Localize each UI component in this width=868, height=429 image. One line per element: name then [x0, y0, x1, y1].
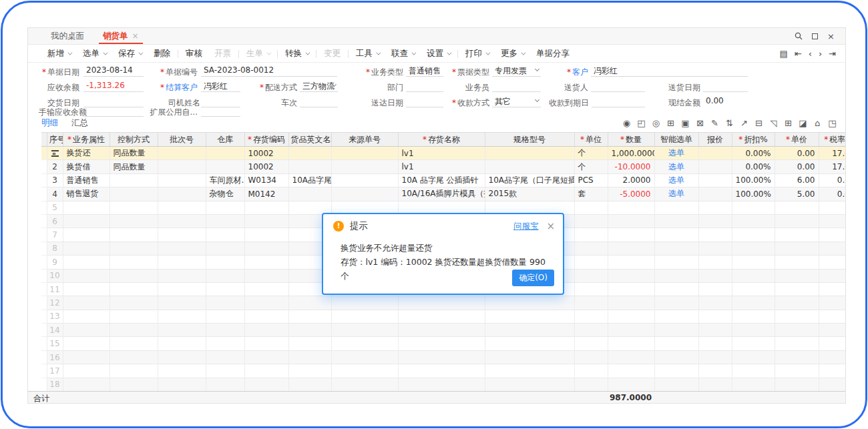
field-input[interactable]: 0.00 [703, 96, 748, 107]
field-input[interactable] [703, 81, 748, 92]
tab-desktop[interactable]: 我的桌面 [41, 28, 93, 44]
column-header-unit[interactable]: *单位 [574, 133, 608, 147]
column-header-pick[interactable]: 智能选单 [654, 133, 698, 147]
maximize-icon[interactable] [812, 33, 818, 39]
toolbar-button-12[interactable]: 设置 [421, 48, 456, 59]
field-label: *配送方式 [255, 82, 297, 93]
column-header-src[interactable]: 来源单号 [331, 133, 398, 147]
pick-order-link[interactable]: 选单 [668, 175, 684, 185]
pick-order-link[interactable]: 选单 [668, 189, 684, 198]
export-icon[interactable]: ◹ [769, 119, 779, 127]
field-input[interactable]: 其它 [492, 96, 541, 107]
search-icon[interactable] [795, 32, 803, 40]
toolbar-button-11[interactable]: 联查 [385, 48, 421, 59]
field-input[interactable] [406, 81, 443, 92]
tab-close-icon[interactable]: × [132, 31, 139, 41]
field-input[interactable]: -1,313.26 [83, 81, 144, 92]
field-input[interactable] [591, 81, 645, 92]
column-header-price[interactable]: *单价 [775, 133, 819, 147]
field-input[interactable]: 专用发票 [492, 65, 541, 77]
toolbar-button-13[interactable]: 打印 [459, 48, 495, 59]
ok-button[interactable]: 确定(O) [512, 270, 554, 286]
field-input[interactable] [492, 81, 541, 92]
table-row[interactable]: 12 [41, 296, 846, 310]
toolbar-button-2[interactable]: 选单 [77, 48, 112, 59]
column-header-code[interactable]: *存货编码 [244, 133, 288, 147]
table-row[interactable]: 18 [41, 378, 846, 391]
field-label[interactable]: *结算客户 [156, 82, 198, 93]
table-row[interactable]: 15 [41, 337, 846, 350]
table-row[interactable]: 2换货借同品数量10002lv1个-10.0000选单0.00%0.0017.0… [41, 160, 846, 173]
close-icon[interactable]: × [827, 32, 835, 41]
cell-price [775, 364, 819, 378]
toolbar-button-5[interactable]: 审核 [180, 48, 208, 59]
toolbar-button-15[interactable]: 单据分享 [530, 48, 576, 59]
column-header-name[interactable]: *存货名称 [398, 133, 485, 147]
trend-icon[interactable]: ↗ [739, 119, 749, 127]
toolbar-button-1[interactable]: 新增 [41, 48, 77, 59]
column-header-tax[interactable]: *税率% [819, 133, 846, 147]
delete-doc-icon[interactable]: ⊠ [695, 119, 705, 127]
table-layout-icon[interactable]: ⊟ [754, 119, 764, 127]
insight-icon[interactable]: ◉ [622, 119, 632, 127]
first-record-icon[interactable]: ⇤ [795, 49, 802, 59]
column-header-quote[interactable]: 报价 [698, 133, 732, 147]
field-input[interactable] [300, 96, 338, 107]
field-input[interactable]: 普通销售 [406, 65, 443, 77]
column-header-batch[interactable]: 批次号 [158, 133, 206, 147]
table-row[interactable]: 14 [41, 324, 846, 337]
field-input[interactable]: 2023-08-14 [83, 65, 144, 77]
toolbar-button-10[interactable]: 工具 [350, 48, 385, 59]
table-row[interactable]: 4销售退货杂物仓M014210A/16A插脚片模具（报废）2015款套-5.00… [41, 187, 846, 201]
table-add-icon[interactable]: ⊞ [783, 119, 793, 127]
last-record-icon[interactable]: ⇥ [829, 49, 836, 59]
column-header-biz[interactable]: *业务属性 [63, 133, 110, 147]
column-header-wh[interactable]: 仓库 [206, 133, 244, 147]
copy-rows-icon[interactable]: ▣ [680, 119, 690, 127]
location-icon[interactable]: ◎ [651, 119, 661, 127]
field-input[interactable]: SA-2023-08-0012 [201, 65, 337, 77]
subtab-summary[interactable]: 汇总 [71, 117, 88, 129]
scan-icon[interactable]: ◰ [636, 119, 646, 127]
eraser-icon[interactable]: ◪ [798, 119, 808, 127]
cell-gut [41, 337, 47, 350]
column-header-seq[interactable]: 序号 [47, 133, 63, 147]
row-ops-icon[interactable]: ⇅ [724, 119, 734, 127]
document-list-icon[interactable]: ▤ [779, 49, 787, 59]
table-row[interactable]: 换货还同品数量10002lv1个1,000.0000选单0.00%0.0017.… [41, 147, 846, 160]
toolbar-button-8[interactable]: 转换 [279, 48, 314, 59]
field-input[interactable]: 冯彩红 [201, 81, 240, 92]
sign-icon[interactable]: ✎ [710, 119, 720, 127]
subtab-detail[interactable]: 明细 [41, 117, 58, 129]
column-header-spec[interactable]: 规格型号 [485, 133, 574, 147]
field-input[interactable] [592, 96, 645, 107]
table-row[interactable]: 3普通销售车间原材...W013410A品字尾...10A 品字尾 公插插针10… [41, 173, 846, 187]
tab-sales-order[interactable]: 销货单× [93, 28, 148, 44]
dialog-close-icon[interactable]: × [546, 222, 555, 232]
table-row[interactable]: 17 [41, 364, 846, 378]
toolbar-button-3[interactable]: 保存 [112, 48, 148, 59]
field-label[interactable]: *客户 [566, 67, 588, 78]
column-header-en[interactable]: 货品英文名称-... [288, 133, 331, 147]
cell-name: 10A/16A插脚片模具（报废） [398, 187, 485, 201]
toolbar-button-14[interactable]: 更多 [495, 48, 530, 59]
cell-ctrl [110, 324, 158, 337]
prev-record-icon[interactable]: ‹ [809, 49, 812, 59]
table-row[interactable]: 13 [41, 310, 846, 323]
batch-add-icon[interactable]: ⊞ [666, 119, 676, 127]
fullscreen-icon[interactable]: ◳ [827, 119, 837, 127]
help-service-link[interactable]: 问服宝 [513, 221, 539, 232]
column-header-ctrl[interactable]: 控制方式 [110, 133, 158, 147]
warehouse-icon[interactable]: ⌂ [813, 119, 823, 127]
next-record-icon[interactable]: › [819, 49, 822, 59]
field-input[interactable]: 冯彩红 [591, 65, 748, 77]
column-header-qty[interactable]: *数量 [608, 133, 654, 147]
pick-order-link[interactable]: 选单 [668, 148, 684, 157]
toolbar-button-4[interactable]: 删除 [148, 48, 176, 59]
pick-order-link[interactable]: 选单 [668, 162, 684, 171]
field-input[interactable]: 三方物流 [300, 81, 338, 92]
table-row[interactable]: 16 [41, 350, 846, 364]
column-header-gut[interactable] [41, 133, 47, 147]
column-header-disc[interactable]: *折扣% [732, 133, 775, 147]
field-input[interactable] [406, 96, 443, 107]
